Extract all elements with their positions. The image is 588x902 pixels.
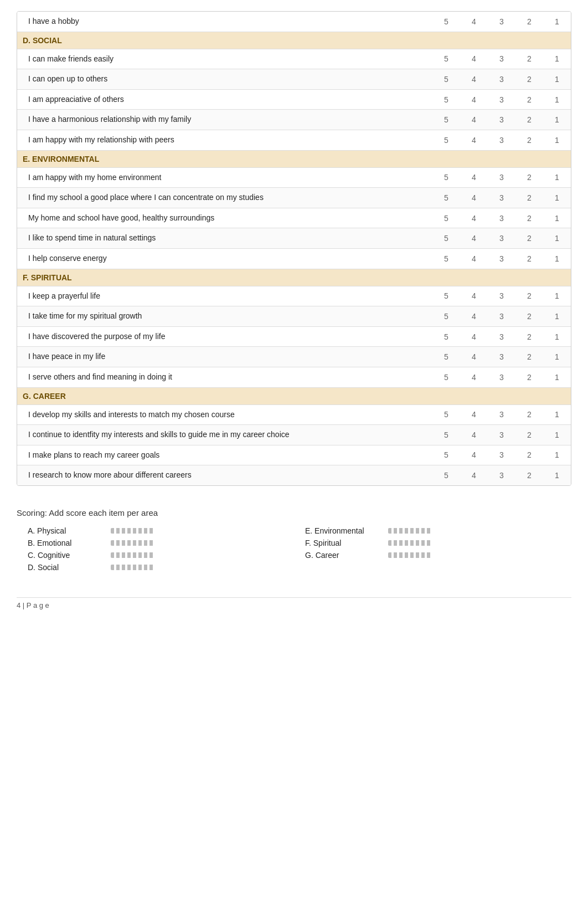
scoring-item: E. Environmental <box>305 526 560 535</box>
score-cell: 2 <box>515 308 543 325</box>
score-cell: 1 <box>543 328 571 346</box>
table-row: I serve others and find meaning in doing… <box>17 367 571 388</box>
row-label: I can open up to others <box>17 69 432 89</box>
score-cell: 4 <box>460 328 488 346</box>
table-row: I research to know more abour different … <box>17 465 571 485</box>
score-cell: 4 <box>460 250 488 268</box>
category-label: F. SPIRITUAL <box>17 269 571 286</box>
table-row: I take time for my spiritual growth54321 <box>17 306 571 327</box>
score-cell: 2 <box>515 426 543 444</box>
score-cell: 4 <box>460 467 488 484</box>
row-label: I have discovered the purpose of my life <box>17 327 432 347</box>
score-cell: 2 <box>515 287 543 305</box>
row-label: I have a harmonious relationship with my… <box>17 110 432 130</box>
score-cell: 1 <box>543 308 571 325</box>
table-row: I can open up to others54321 <box>17 69 571 90</box>
score-cell: 3 <box>488 209 515 227</box>
score-cell: 5 <box>432 348 460 366</box>
score-cell: 5 <box>432 467 460 484</box>
score-cell: 3 <box>488 50 515 68</box>
score-cell: 5 <box>432 229 460 247</box>
row-label: I develop my skills and interests to mat… <box>17 405 432 425</box>
score-cell: 3 <box>488 308 515 325</box>
score-cell: 2 <box>515 467 543 484</box>
table-row: I am happy with my home environment54321 <box>17 168 571 188</box>
score-cell: 1 <box>543 50 571 68</box>
row-label: I find my school a good place where I ca… <box>17 188 432 208</box>
score-cell: 4 <box>460 406 488 423</box>
score-cell: 2 <box>515 13 543 30</box>
category-label: E. ENVIRONMENTAL <box>17 151 571 167</box>
table-row: I have peace in my life54321 <box>17 347 571 367</box>
row-label: I have a hobby <box>17 12 432 32</box>
table-row: E. ENVIRONMENTAL <box>17 151 571 168</box>
row-label: I am happy with my home environment <box>17 168 432 188</box>
score-cell: 5 <box>432 446 460 464</box>
table-row: I have a harmonious relationship with my… <box>17 110 571 130</box>
score-cell: 5 <box>432 287 460 305</box>
score-cell: 5 <box>432 308 460 325</box>
row-label: I research to know more abour different … <box>17 465 432 485</box>
score-cell: 1 <box>543 70 571 88</box>
score-cell: 2 <box>515 446 543 464</box>
score-cell: 4 <box>460 426 488 444</box>
score-cell: 1 <box>543 91 571 109</box>
score-cell: 4 <box>460 209 488 227</box>
score-cell: 1 <box>543 467 571 484</box>
scoring-left: A. PhysicalB. EmotionalC. CognitiveD. So… <box>28 526 283 575</box>
score-cell: 5 <box>432 426 460 444</box>
score-cell: 3 <box>488 446 515 464</box>
row-label: I help conserve energy <box>17 249 432 269</box>
row-label: I am happy with my relationship with pee… <box>17 130 432 150</box>
row-label: I serve others and find meaning in doing… <box>17 367 432 387</box>
table-row: I can make friends easily54321 <box>17 49 571 70</box>
scoring-line <box>111 552 155 558</box>
table-row: I have discovered the purpose of my life… <box>17 327 571 347</box>
scoring-item: D. Social <box>28 563 283 572</box>
score-cell: 3 <box>488 250 515 268</box>
table-row: My home and school have good, healthy su… <box>17 208 571 229</box>
score-cell: 3 <box>488 111 515 129</box>
score-cell: 4 <box>460 229 488 247</box>
scoring-line <box>111 528 155 534</box>
scoring-line <box>388 540 432 546</box>
scoring-line <box>111 565 155 570</box>
score-cell: 3 <box>488 287 515 305</box>
score-cell: 1 <box>543 131 571 149</box>
scoring-item: G. Career <box>305 551 560 560</box>
row-label: My home and school have good, healthy su… <box>17 208 432 228</box>
scoring-item-label: A. Physical <box>28 526 105 535</box>
score-cell: 1 <box>543 209 571 227</box>
score-cell: 4 <box>460 13 488 30</box>
score-cell: 2 <box>515 189 543 207</box>
score-cell: 4 <box>460 308 488 325</box>
score-cell: 4 <box>460 91 488 109</box>
row-label: I like to spend time in natural settings <box>17 228 432 248</box>
score-cell: 1 <box>543 426 571 444</box>
score-cell: 5 <box>432 168 460 186</box>
scoring-item-label: C. Cognitive <box>28 551 105 560</box>
row-label: I take time for my spiritual growth <box>17 306 432 326</box>
score-cell: 5 <box>432 328 460 346</box>
row-label: I can make friends easily <box>17 49 432 69</box>
category-label: D. SOCIAL <box>17 32 571 49</box>
scoring-grid: A. PhysicalB. EmotionalC. CognitiveD. So… <box>17 526 571 575</box>
main-table: I have a hobby54321D. SOCIALI can make f… <box>17 11 571 486</box>
table-row: I find my school a good place where I ca… <box>17 188 571 208</box>
score-cell: 3 <box>488 168 515 186</box>
score-cell: 5 <box>432 91 460 109</box>
score-cell: 1 <box>543 13 571 30</box>
score-cell: 3 <box>488 467 515 484</box>
score-cell: 3 <box>488 13 515 30</box>
score-cell: 1 <box>543 111 571 129</box>
score-cell: 2 <box>515 111 543 129</box>
score-cell: 5 <box>432 50 460 68</box>
row-label: I make plans to reach my career goals <box>17 445 432 465</box>
score-cell: 5 <box>432 70 460 88</box>
score-cell: 5 <box>432 131 460 149</box>
table-row: I am happy with my relationship with pee… <box>17 130 571 151</box>
score-cell: 4 <box>460 368 488 386</box>
score-cell: 5 <box>432 111 460 129</box>
score-cell: 2 <box>515 91 543 109</box>
score-cell: 3 <box>488 229 515 247</box>
